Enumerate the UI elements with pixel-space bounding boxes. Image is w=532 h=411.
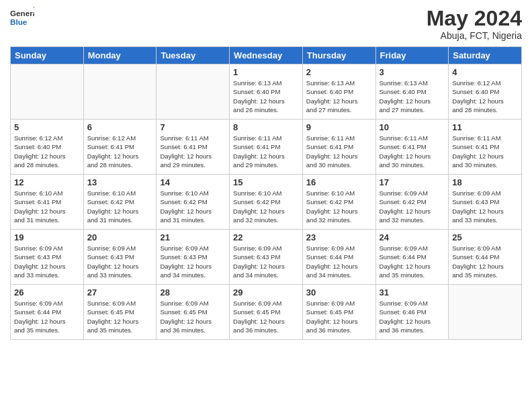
day-info: Sunrise: 6:12 AM Sunset: 6:40 PM Dayligh… [452, 79, 518, 114]
day-number: 18 [452, 177, 518, 187]
calendar-cell: 18Sunrise: 6:09 AM Sunset: 6:43 PM Dayli… [449, 175, 522, 230]
calendar-cell: 22Sunrise: 6:09 AM Sunset: 6:43 PM Dayli… [230, 230, 303, 285]
day-info: Sunrise: 6:09 AM Sunset: 6:45 PM Dayligh… [87, 299, 153, 334]
day-info: Sunrise: 6:13 AM Sunset: 6:40 PM Dayligh… [306, 79, 372, 114]
calendar-cell: 1Sunrise: 6:13 AM Sunset: 6:40 PM Daylig… [230, 64, 303, 120]
calendar-cell: 10Sunrise: 6:11 AM Sunset: 6:41 PM Dayli… [375, 120, 449, 175]
calendar-cell: 6Sunrise: 6:12 AM Sunset: 6:41 PM Daylig… [83, 120, 157, 175]
day-info: Sunrise: 6:12 AM Sunset: 6:40 PM Dayligh… [14, 134, 80, 169]
calendar-cell [11, 64, 84, 120]
day-number: 19 [14, 232, 80, 242]
day-number: 12 [14, 177, 80, 187]
calendar-cell: 12Sunrise: 6:10 AM Sunset: 6:41 PM Dayli… [11, 175, 84, 230]
day-info: Sunrise: 6:11 AM Sunset: 6:41 PM Dayligh… [452, 134, 518, 169]
day-number: 29 [233, 287, 299, 298]
calendar-cell: 27Sunrise: 6:09 AM Sunset: 6:45 PM Dayli… [83, 285, 157, 340]
col-tuesday: Tuesday [157, 47, 230, 64]
calendar-cell: 4Sunrise: 6:12 AM Sunset: 6:40 PM Daylig… [449, 64, 522, 120]
day-number: 3 [380, 67, 445, 77]
calendar-cell: 11Sunrise: 6:11 AM Sunset: 6:41 PM Dayli… [449, 120, 522, 175]
day-info: Sunrise: 6:09 AM Sunset: 6:44 PM Dayligh… [14, 299, 80, 334]
day-info: Sunrise: 6:10 AM Sunset: 6:41 PM Dayligh… [14, 189, 80, 224]
day-number: 15 [233, 177, 299, 187]
day-info: Sunrise: 6:09 AM Sunset: 6:43 PM Dayligh… [452, 189, 518, 224]
calendar-cell: 25Sunrise: 6:09 AM Sunset: 6:44 PM Dayli… [449, 230, 522, 285]
day-number: 31 [380, 287, 445, 298]
day-number: 28 [160, 287, 226, 298]
calendar-cell: 20Sunrise: 6:09 AM Sunset: 6:43 PM Dayli… [83, 230, 157, 285]
calendar-cell: 5Sunrise: 6:12 AM Sunset: 6:40 PM Daylig… [11, 120, 84, 175]
location-subtitle: Abuja, FCT, Nigeria [427, 30, 522, 41]
day-info: Sunrise: 6:09 AM Sunset: 6:45 PM Dayligh… [160, 299, 226, 334]
calendar-cell: 24Sunrise: 6:09 AM Sunset: 6:44 PM Dayli… [375, 230, 449, 285]
day-info: Sunrise: 6:09 AM Sunset: 6:43 PM Dayligh… [14, 244, 80, 279]
day-number: 5 [14, 122, 80, 132]
day-info: Sunrise: 6:11 AM Sunset: 6:41 PM Dayligh… [233, 134, 299, 169]
day-info: Sunrise: 6:10 AM Sunset: 6:42 PM Dayligh… [306, 189, 372, 224]
calendar-cell: 15Sunrise: 6:10 AM Sunset: 6:42 PM Dayli… [230, 175, 303, 230]
calendar-header-row: Sunday Monday Tuesday Wednesday Thursday… [11, 47, 522, 64]
day-info: Sunrise: 6:09 AM Sunset: 6:43 PM Dayligh… [160, 244, 226, 279]
page-container: General Blue May 2024 Abuja, FCT, Nigeri… [0, 0, 532, 347]
calendar-cell: 21Sunrise: 6:09 AM Sunset: 6:43 PM Dayli… [157, 230, 230, 285]
day-number: 21 [160, 232, 226, 242]
day-info: Sunrise: 6:09 AM Sunset: 6:44 PM Dayligh… [452, 244, 518, 279]
day-number: 10 [380, 122, 445, 132]
calendar-cell: 19Sunrise: 6:09 AM Sunset: 6:43 PM Dayli… [11, 230, 84, 285]
day-info: Sunrise: 6:09 AM Sunset: 6:46 PM Dayligh… [380, 299, 445, 334]
day-info: Sunrise: 6:11 AM Sunset: 6:41 PM Dayligh… [160, 134, 226, 169]
calendar-cell: 13Sunrise: 6:10 AM Sunset: 6:42 PM Dayli… [83, 175, 157, 230]
svg-text:General: General [10, 9, 34, 17]
day-info: Sunrise: 6:11 AM Sunset: 6:41 PM Dayligh… [380, 134, 445, 169]
col-sunday: Sunday [11, 47, 84, 64]
month-title: May 2024 [427, 7, 522, 30]
day-number: 7 [160, 122, 226, 132]
day-number: 24 [380, 232, 445, 242]
calendar-week-3: 12Sunrise: 6:10 AM Sunset: 6:41 PM Dayli… [11, 175, 522, 230]
day-info: Sunrise: 6:10 AM Sunset: 6:42 PM Dayligh… [160, 189, 226, 224]
col-friday: Friday [375, 47, 449, 64]
calendar-cell: 30Sunrise: 6:09 AM Sunset: 6:45 PM Dayli… [302, 285, 375, 340]
day-number: 26 [14, 287, 80, 298]
calendar-cell: 2Sunrise: 6:13 AM Sunset: 6:40 PM Daylig… [302, 64, 375, 120]
day-number: 30 [306, 287, 372, 298]
calendar-cell [83, 64, 157, 120]
calendar-cell: 29Sunrise: 6:09 AM Sunset: 6:45 PM Dayli… [230, 285, 303, 340]
calendar-cell: 9Sunrise: 6:11 AM Sunset: 6:41 PM Daylig… [302, 120, 375, 175]
calendar-week-4: 19Sunrise: 6:09 AM Sunset: 6:43 PM Dayli… [11, 230, 522, 285]
col-thursday: Thursday [302, 47, 375, 64]
day-number: 11 [452, 122, 518, 132]
calendar-week-1: 1Sunrise: 6:13 AM Sunset: 6:40 PM Daylig… [11, 64, 522, 120]
svg-text:Blue: Blue [10, 17, 28, 26]
day-info: Sunrise: 6:10 AM Sunset: 6:42 PM Dayligh… [87, 189, 153, 224]
day-info: Sunrise: 6:12 AM Sunset: 6:41 PM Dayligh… [87, 134, 153, 169]
calendar-cell: 28Sunrise: 6:09 AM Sunset: 6:45 PM Dayli… [157, 285, 230, 340]
calendar-cell: 14Sunrise: 6:10 AM Sunset: 6:42 PM Dayli… [157, 175, 230, 230]
day-info: Sunrise: 6:09 AM Sunset: 6:43 PM Dayligh… [87, 244, 153, 279]
day-info: Sunrise: 6:10 AM Sunset: 6:42 PM Dayligh… [233, 189, 299, 224]
day-number: 16 [306, 177, 372, 187]
day-number: 1 [233, 67, 299, 77]
day-number: 4 [452, 67, 518, 77]
day-info: Sunrise: 6:13 AM Sunset: 6:40 PM Dayligh… [380, 79, 445, 114]
day-number: 25 [452, 232, 518, 242]
day-number: 14 [160, 177, 226, 187]
calendar-cell: 3Sunrise: 6:13 AM Sunset: 6:40 PM Daylig… [375, 64, 449, 120]
day-info: Sunrise: 6:09 AM Sunset: 6:45 PM Dayligh… [233, 299, 299, 334]
logo-icon: General Blue [10, 7, 34, 31]
calendar-cell: 26Sunrise: 6:09 AM Sunset: 6:44 PM Dayli… [11, 285, 84, 340]
day-number: 22 [233, 232, 299, 242]
day-info: Sunrise: 6:09 AM Sunset: 6:44 PM Dayligh… [306, 244, 372, 279]
col-saturday: Saturday [449, 47, 522, 64]
calendar-week-5: 26Sunrise: 6:09 AM Sunset: 6:44 PM Dayli… [11, 285, 522, 340]
calendar-cell: 17Sunrise: 6:09 AM Sunset: 6:42 PM Dayli… [375, 175, 449, 230]
calendar-body: 1Sunrise: 6:13 AM Sunset: 6:40 PM Daylig… [11, 64, 522, 340]
calendar-cell: 31Sunrise: 6:09 AM Sunset: 6:46 PM Dayli… [375, 285, 449, 340]
day-number: 8 [233, 122, 299, 132]
title-block: May 2024 Abuja, FCT, Nigeria [427, 7, 522, 41]
col-monday: Monday [83, 47, 157, 64]
day-info: Sunrise: 6:09 AM Sunset: 6:44 PM Dayligh… [380, 244, 445, 279]
day-info: Sunrise: 6:09 AM Sunset: 6:45 PM Dayligh… [306, 299, 372, 334]
calendar-cell [449, 285, 522, 340]
calendar-cell: 7Sunrise: 6:11 AM Sunset: 6:41 PM Daylig… [157, 120, 230, 175]
